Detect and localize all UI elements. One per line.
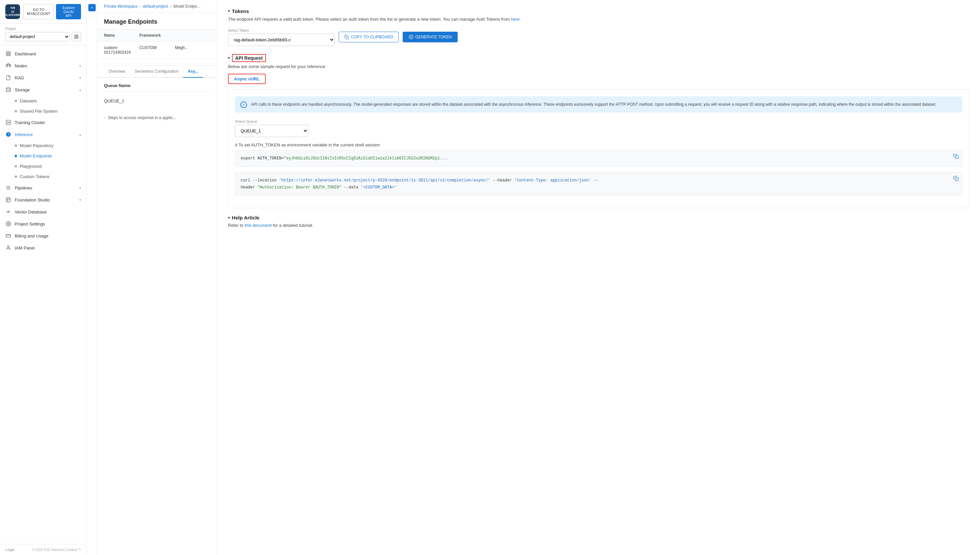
sidebar-item-training-cluster[interactable]: Training Cluster xyxy=(0,116,86,128)
curl-code-block: curl --location 'https://infer.e2enetwor… xyxy=(235,172,962,196)
sidebar-item-label-foundation-studio: Foundation Studio xyxy=(15,197,76,202)
sidebar-item-label-datasets: Datasets xyxy=(20,98,37,103)
endpoint-framework: CUSTOM xyxy=(139,45,175,55)
breadcrumb-current: Model Endpo... xyxy=(174,4,201,9)
col-header-framework: Framework xyxy=(139,33,175,38)
storage-chevron-icon: ▴ xyxy=(79,88,81,92)
project-dropdown[interactable]: default-project xyxy=(5,32,70,41)
project-icon-button[interactable] xyxy=(72,32,81,41)
async-curl-tab[interactable]: Async cURL xyxy=(228,74,266,84)
queue-select[interactable]: QUEUE_1 xyxy=(235,125,309,137)
vector-db-icon xyxy=(5,209,11,215)
rag-icon xyxy=(5,75,11,81)
col-header-name: Name xyxy=(104,33,139,38)
export-code-block: export AUTH_TOKEN="eyJhbGciOiJSUzI1NiIsI… xyxy=(235,150,962,167)
nav-section: Dashboard Nodes ▾ RAG ▾ Storage ▴ Data xyxy=(0,45,86,544)
sidebar-item-shared-file-system[interactable]: Shared File System xyxy=(0,106,86,116)
svg-rect-0 xyxy=(75,35,76,36)
api-request-section: • API Request Below are some sample requ… xyxy=(228,54,969,208)
sidebar-item-label-dashboard: Dashboard xyxy=(15,51,81,56)
dashboard-icon xyxy=(5,51,11,57)
sidebar-item-label-model-endpoints: Model Endpoints xyxy=(20,153,52,159)
tab-serverless-config[interactable]: Serverless Configuration xyxy=(130,66,183,78)
sidebar-item-label-pipelines: Pipelines xyxy=(15,185,76,191)
page-title: Manage Endpoints xyxy=(98,13,217,30)
sidebar-item-model-repository[interactable]: Model Repository xyxy=(0,140,86,151)
sidebar-item-inference[interactable]: Inference ▴ xyxy=(0,128,86,140)
queue-table-header: Queue Name xyxy=(104,83,210,92)
table-row[interactable]: custom-021714302424 CUSTOM Megh... xyxy=(98,41,217,59)
svg-rect-4 xyxy=(6,52,8,53)
steps-row[interactable]: › Steps to access response in a applic..… xyxy=(98,111,217,124)
breadcrumb-private-workspace[interactable]: Private Workspace xyxy=(104,4,137,9)
svg-rect-7 xyxy=(6,54,8,56)
svg-rect-15 xyxy=(6,123,10,124)
sidebar-item-label-storage: Storage xyxy=(15,87,76,92)
export-code-copy-button[interactable] xyxy=(953,154,959,160)
inference-icon xyxy=(5,132,11,137)
sidebar-item-label-shared-fs: Shared File System xyxy=(20,109,58,114)
svg-rect-29 xyxy=(6,234,10,237)
sidebar-item-iam-panel[interactable]: IAM Panel xyxy=(0,242,86,254)
sidebar-item-label-rag: RAG xyxy=(15,75,76,80)
sidebar-item-label-iam: IAM Panel xyxy=(15,245,81,250)
sidebar-item-playground[interactable]: Playground xyxy=(0,161,86,172)
custom-tokens-dot-icon xyxy=(15,175,17,178)
steps-chevron-icon: › xyxy=(104,116,106,120)
training-cluster-icon xyxy=(5,119,11,125)
sidebar-item-rag[interactable]: RAG ▾ xyxy=(0,72,86,84)
main-area: Private Workspace › default-project › Mo… xyxy=(87,0,980,555)
tab-async[interactable]: Asy... xyxy=(183,66,203,78)
sidebar-item-dashboard[interactable]: Dashboard xyxy=(0,48,86,60)
nodes-chevron-icon: ▾ xyxy=(79,64,81,68)
sidebar-item-nodes[interactable]: Nodes ▾ xyxy=(0,60,86,72)
pipelines-icon xyxy=(5,185,11,191)
svg-point-31 xyxy=(7,246,9,247)
model-endpoints-dot-icon xyxy=(15,155,17,157)
genai-button[interactable]: Explore GenAI API xyxy=(56,4,81,19)
info-text: API calls to these endpoints are handled… xyxy=(251,101,936,108)
svg-point-25 xyxy=(8,211,9,212)
sidebar-item-vector-database[interactable]: Vector Database xyxy=(0,206,86,218)
api-request-title-text: API Request xyxy=(232,54,266,62)
curl-code-copy-button[interactable] xyxy=(953,176,959,183)
table-header: Name Framework xyxy=(98,30,217,41)
sidebar-item-project-settings[interactable]: Project Settings xyxy=(0,218,86,230)
legal-link[interactable]: Legal xyxy=(5,548,14,552)
sidebar: TIRAI PLATFORM GO TO MYACCOUNT Explore G… xyxy=(0,0,87,555)
sidebar-item-label-model-repo: Model Repository xyxy=(20,143,53,148)
copy-to-clipboard-button[interactable]: COPY TO CLIPBOARD xyxy=(339,32,399,42)
token-select[interactable]: rag-default-token-2eb65b93-c xyxy=(228,34,335,46)
tokens-here-link[interactable]: here. xyxy=(511,17,521,22)
sidebar-item-billing-usage[interactable]: Billing and Usage xyxy=(0,230,86,242)
sidebar-item-datasets[interactable]: Datasets xyxy=(0,96,86,106)
sidebar-item-model-endpoints[interactable]: Model Endpoints xyxy=(0,151,86,161)
foundation-studio-icon xyxy=(5,197,11,203)
sidebar-item-foundation-studio[interactable]: Foundation Studio ▾ xyxy=(0,194,86,206)
sidebar-item-label-inference: Inference xyxy=(15,132,76,137)
help-doc-link[interactable]: this document xyxy=(245,223,272,228)
tab-overview[interactable]: Overview xyxy=(104,66,130,78)
breadcrumb-default-project[interactable]: default-project xyxy=(143,4,168,9)
billing-icon xyxy=(5,233,11,239)
generate-token-button[interactable]: GENERATE TOKEN xyxy=(403,32,458,42)
logo: TIRAI PLATFORM xyxy=(5,4,20,19)
tokens-description: The endpoint API requires a valid auth t… xyxy=(228,16,969,23)
collapse-sidebar-button[interactable] xyxy=(88,4,96,11)
svg-point-13 xyxy=(6,87,10,89)
sidebar-item-label-project-settings: Project Settings xyxy=(15,221,81,226)
myaccount-button[interactable]: GO TO MYACCOUNT xyxy=(23,4,54,19)
sidebar-item-pipelines[interactable]: Pipelines ▾ xyxy=(0,182,86,194)
info-icon: i xyxy=(240,101,247,108)
copyright-text: © 2025 E2E Networks Limited ™ xyxy=(32,548,81,552)
sidebar-item-custom-tokens[interactable]: Custom Tokens xyxy=(0,172,86,182)
sidebar-item-label-playground: Playground xyxy=(20,164,42,169)
sidebar-item-label-training-cluster: Training Cluster xyxy=(15,120,81,125)
header-buttons: GO TO MYACCOUNT Explore GenAI API xyxy=(23,4,81,19)
svg-rect-22 xyxy=(6,198,10,202)
tokens-section-title: • Tokens xyxy=(228,8,969,14)
select-queue-label: Select Queue xyxy=(235,119,962,124)
sidebar-item-label-vector-db: Vector Database xyxy=(15,210,81,215)
pipelines-chevron-icon: ▾ xyxy=(79,186,81,190)
sidebar-item-storage[interactable]: Storage ▴ xyxy=(0,84,86,96)
